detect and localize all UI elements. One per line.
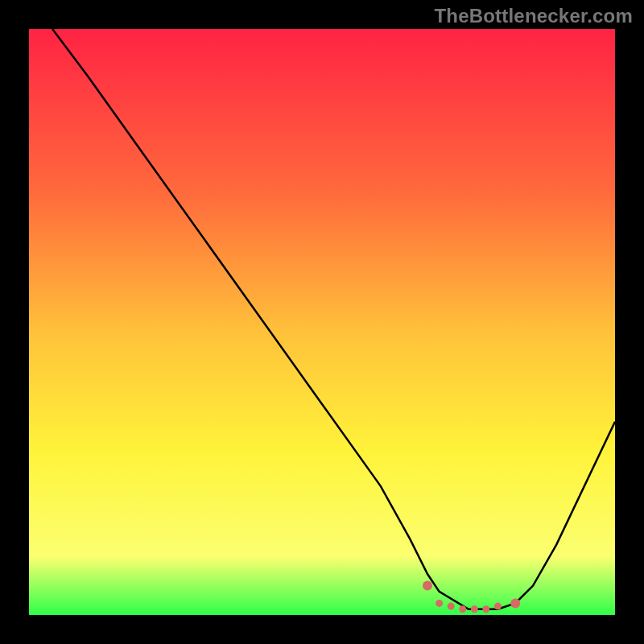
sweet-spot-marker — [482, 605, 489, 613]
watermark-text: TheBottlenecker.com — [434, 5, 633, 27]
sweet-spot-marker — [436, 600, 443, 607]
sweet-spot-marker — [471, 605, 478, 613]
sweet-spot-marker — [459, 605, 466, 613]
sweet-spot-marker — [423, 581, 432, 591]
sweet-spot-marker — [510, 598, 520, 608]
chart-svg — [0, 0, 644, 644]
sweet-spot-marker — [494, 603, 502, 610]
sweet-spot-marker — [448, 603, 455, 610]
chart-container: { "watermark": "TheBottlenecker.com", "c… — [0, 0, 644, 644]
